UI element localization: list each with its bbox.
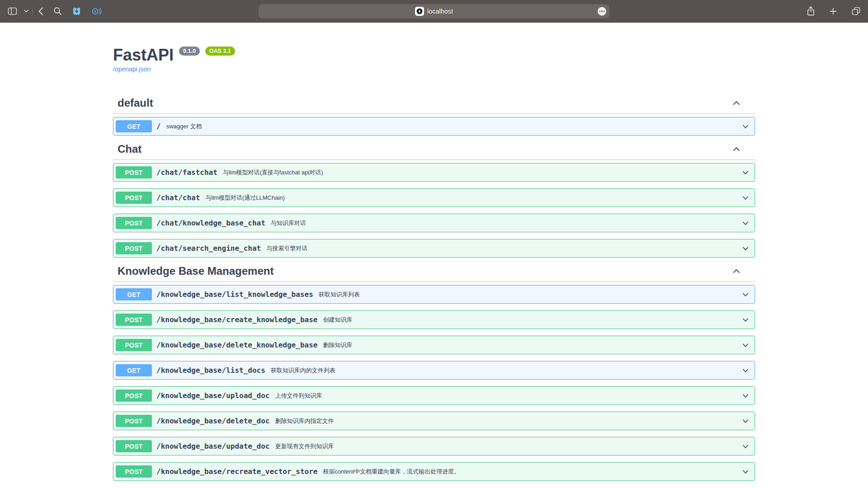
method-badge: GET (116, 120, 152, 132)
sidebar-menu-chevron-button[interactable] (24, 9, 28, 13)
method-badge: POST (116, 166, 152, 178)
section-title: Knowledge Base Management (118, 264, 274, 277)
endpoint-path: / (156, 122, 161, 131)
method-badge: POST (116, 242, 152, 254)
method-badge: POST (116, 192, 152, 204)
expand-chevron-down-icon[interactable] (741, 168, 750, 177)
endpoint-path: /knowledge_base/create_knowledge_base (156, 315, 317, 324)
endpoint-row: GET /knowledge_base/list_knowledge_bases… (113, 285, 755, 304)
page-menu-ellipsis-button[interactable] (598, 7, 606, 16)
endpoint-row: POST /knowledge_base/recreate_vector_sto… (113, 462, 755, 481)
endpoint-path: /knowledge_base/list_docs (156, 366, 265, 375)
endpoint-row: GET /knowledge_base/list_docs 获取知识库内的文件列… (113, 361, 755, 380)
endpoint-description: 与llm模型对话(直接与fastchat api对话) (223, 169, 323, 177)
endpoint-row: POST /chat/chat 与llm模型对话(通过LLMChain) (113, 188, 755, 207)
collapse-chevron-up-icon[interactable] (731, 266, 741, 276)
toolbar-divider (32, 7, 33, 15)
address-bar[interactable]: localhost (259, 4, 609, 19)
extension-broadcast-button[interactable]: ★ (91, 7, 102, 16)
api-title-row: FastAPI 0.1.0 OAS 3.1 (113, 45, 755, 65)
expand-chevron-down-icon[interactable] (741, 366, 750, 375)
endpoint-row: POST /chat/search_engine_chat 与搜索引擎对话 (113, 239, 755, 258)
openapi-spec-link[interactable]: /openapi.json (113, 65, 151, 74)
oas-badge: OAS 3.1 (205, 47, 235, 56)
endpoint-row: GET / swagger 文档 (113, 117, 755, 136)
url-text: localhost (427, 8, 453, 15)
expand-chevron-down-icon[interactable] (741, 315, 750, 324)
method-badge: POST (116, 440, 152, 452)
endpoint-summary[interactable]: POST /chat/chat 与llm模型对话(通过LLMChain) (113, 189, 755, 206)
expand-chevron-down-icon[interactable] (741, 290, 750, 299)
method-badge: GET (116, 288, 152, 300)
collapse-chevron-up-icon[interactable] (731, 98, 741, 108)
endpoint-summary[interactable]: GET /knowledge_base/list_knowledge_bases… (113, 286, 755, 303)
endpoint-summary[interactable]: GET / swagger 文档 (113, 117, 755, 135)
search-button[interactable] (53, 7, 62, 15)
extension-broadcast-icon: ★ (91, 7, 102, 16)
endpoint-description: 创建知识库 (323, 316, 352, 324)
endpoint-summary[interactable]: POST /knowledge_base/recreate_vector_sto… (113, 463, 755, 480)
section-title: default (118, 96, 153, 109)
method-badge: POST (116, 339, 152, 351)
back-button[interactable] (38, 7, 43, 15)
new-tab-button[interactable] (830, 8, 837, 15)
expand-chevron-down-icon[interactable] (741, 219, 750, 228)
expand-chevron-down-icon[interactable] (741, 467, 750, 476)
endpoint-summary[interactable]: POST /knowledge_base/create_knowledge_ba… (113, 311, 755, 328)
section-header-default[interactable]: default (113, 96, 755, 114)
tab-overview-icon (851, 6, 861, 16)
endpoint-summary[interactable]: POST /chat/knowledge_base_chat 与知识库对话 (113, 214, 755, 232)
endpoint-description: 获取知识库内的文件列表 (271, 366, 335, 375)
endpoint-summary[interactable]: GET /knowledge_base/list_docs 获取知识库内的文件列… (113, 361, 755, 379)
method-badge: POST (116, 465, 152, 478)
share-icon (807, 6, 815, 16)
endpoint-summary[interactable]: POST /knowledge_base/delete_knowledge_ba… (113, 336, 755, 354)
endpoint-row: POST /knowledge_base/delete_knowledge_ba… (113, 336, 755, 354)
endpoint-row: POST /chat/knowledge_base_chat 与知识库对话 (113, 214, 755, 232)
endpoint-path: /knowledge_base/update_doc (156, 442, 269, 450)
expand-chevron-down-icon[interactable] (741, 442, 750, 451)
endpoint-row: POST /knowledge_base/upload_doc 上传文件到知识库 (113, 386, 755, 405)
sidebar-toggle-button[interactable] (7, 6, 18, 16)
endpoint-summary[interactable]: POST /chat/fastchat 与llm模型对话(直接与fastchat… (113, 164, 755, 181)
endpoint-summary[interactable]: POST /chat/search_engine_chat 与搜索引擎对话 (113, 239, 755, 257)
expand-chevron-down-icon[interactable] (741, 341, 750, 350)
section-header-chat[interactable]: Chat (113, 142, 755, 160)
search-icon (53, 7, 62, 15)
section-title: Chat (118, 142, 142, 155)
page-title: FastAPI (113, 45, 174, 65)
endpoint-path: /knowledge_base/recreate_vector_store (156, 467, 317, 476)
endpoint-description: 与llm模型对话(通过LLMChain) (205, 194, 285, 202)
section-knowledge-base-management: Knowledge Base Management GET /knowledge… (113, 264, 755, 481)
endpoint-path: /chat/chat (156, 193, 200, 202)
endpoint-summary[interactable]: POST /knowledge_base/delete_doc 删除知识库内指定… (113, 412, 755, 430)
expand-chevron-down-icon[interactable] (741, 193, 750, 202)
endpoint-path: /knowledge_base/upload_doc (156, 391, 269, 400)
method-badge: POST (116, 314, 152, 326)
extension-bookmark-icon (72, 7, 81, 16)
expand-chevron-down-icon[interactable] (741, 244, 750, 253)
chevron-down-icon (24, 9, 28, 13)
sidebar-icon (7, 6, 18, 16)
section-header-knowledge-base-management[interactable]: Knowledge Base Management (113, 264, 755, 282)
endpoint-path: /chat/knowledge_base_chat (156, 219, 265, 227)
endpoint-description: 上传文件到知识库 (275, 392, 322, 400)
plus-icon (830, 8, 837, 15)
version-badge: 0.1.0 (179, 47, 200, 56)
extension-bookmark-button[interactable] (72, 7, 81, 16)
endpoint-summary[interactable]: POST /knowledge_base/upload_doc 上传文件到知识库 (113, 387, 755, 404)
expand-chevron-down-icon[interactable] (741, 122, 750, 131)
share-button[interactable] (807, 6, 815, 16)
endpoint-path: /knowledge_base/list_knowledge_bases (156, 290, 313, 299)
endpoint-description: 获取知识库列表 (319, 291, 360, 299)
endpoint-summary[interactable]: POST /knowledge_base/update_doc 更新现有文件到知… (113, 437, 755, 455)
expand-chevron-down-icon[interactable] (741, 417, 750, 426)
endpoint-row: POST /knowledge_base/delete_doc 删除知识库内指定… (113, 412, 755, 430)
svg-text:★: ★ (93, 9, 97, 14)
back-chevron-icon (38, 7, 43, 15)
endpoint-path: /knowledge_base/delete_doc (156, 417, 269, 425)
expand-chevron-down-icon[interactable] (741, 391, 750, 400)
site-favicon-icon (415, 7, 424, 16)
tab-overview-button[interactable] (851, 6, 861, 16)
collapse-chevron-up-icon[interactable] (731, 144, 741, 154)
